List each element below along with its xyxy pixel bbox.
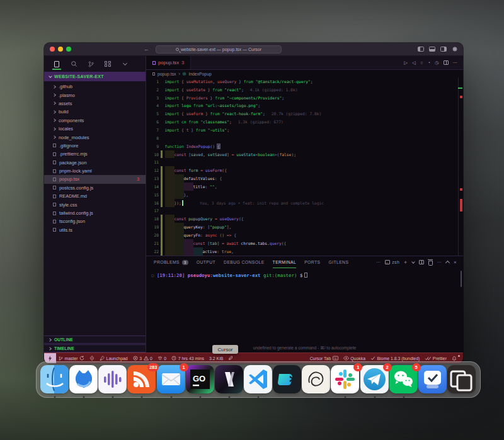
code-token: {	[219, 176, 222, 181]
new-terminal-button[interactable]: +	[404, 259, 408, 266]
dock-icon-sketch-app[interactable]	[302, 365, 331, 398]
circle-icon[interactable]: ○	[420, 60, 423, 65]
dock-icon-mail[interactable]: 1	[157, 365, 186, 398]
file-item-pnpm-lock.yaml[interactable]: pnpm-lock.yaml	[44, 167, 146, 175]
code-line-21: 21const [tab] = await chrome.tabs.query(…	[146, 239, 463, 247]
dock-icon-rss-reader[interactable]: 283	[127, 365, 156, 398]
kill-terminal-icon[interactable]	[428, 261, 433, 266]
breadcrumb[interactable]: popup.tsx › ◎ IndexPopup	[146, 70, 463, 77]
folder-item-build[interactable]: build	[44, 108, 146, 116]
outline-section-header[interactable]: OUTLINE	[44, 336, 146, 344]
toggle-panel-icon[interactable]	[429, 47, 435, 52]
panel-tab-gitlens[interactable]: GITLENS	[328, 256, 348, 268]
settings-gear-icon[interactable]	[452, 46, 458, 52]
command-center-search[interactable]: website-saver-ext — popup.tsx — Cursor	[156, 45, 282, 54]
toggle-secondary-sidebar-icon[interactable]	[440, 47, 447, 52]
item-label: pnpm-lock.yaml	[59, 168, 92, 174]
item-label: .gitignore	[59, 143, 78, 149]
status-notifications[interactable]	[449, 356, 459, 361]
timer-icon[interactable]: ◷	[435, 60, 439, 65]
folder-item-components[interactable]: components	[44, 116, 146, 125]
panel-tab-output[interactable]: OUTPUT	[197, 256, 215, 268]
dock-icon-slack[interactable]: 1	[331, 365, 360, 398]
panel-more-icon[interactable]: ⋯	[437, 260, 442, 265]
code-token: const	[193, 241, 208, 245]
dock-icon-cursor[interactable]	[215, 365, 244, 398]
folder-item-.plasmo[interactable]: .plasmo	[44, 91, 146, 99]
dock-icon-things[interactable]	[418, 365, 447, 398]
status-cursor-tab[interactable]: Cursor Tab	[307, 356, 341, 361]
folder-item-assets[interactable]: assets	[44, 99, 146, 108]
code-line-5: 5import { useForm } from "react-hook-for…	[146, 110, 463, 118]
file-item-utils.ts[interactable]: utils.ts	[44, 226, 146, 234]
indent-guide	[175, 239, 184, 247]
dock-icon-warp[interactable]	[273, 365, 302, 398]
dock-icon-fox-app[interactable]	[69, 365, 98, 398]
run-button[interactable]: ▷	[404, 60, 408, 65]
maximize-panel-icon[interactable]	[445, 261, 450, 265]
more-tabs-icon[interactable]: ⋯	[376, 260, 381, 265]
zoom-window-button[interactable]	[66, 47, 71, 52]
panel-tab-debug-console[interactable]: DEBUG CONSOLE	[224, 256, 265, 268]
overview-ruler[interactable]	[458, 77, 463, 256]
dock-icon-clipped-app[interactable]	[447, 365, 476, 398]
panel-tab-problems[interactable]: PROBLEMS3	[154, 256, 188, 268]
close-panel-icon[interactable]: ×	[454, 259, 457, 265]
folder-item-locales[interactable]: locales	[44, 125, 146, 133]
terminal[interactable]: ○ [19:11:20] pseudoyu:website-saver-ext …	[146, 268, 463, 353]
circle-play-icon[interactable]: ◔	[427, 60, 430, 65]
more-actions-icon[interactable]: ⋯	[453, 60, 458, 65]
dock-icon-telegram[interactable]: 2	[360, 365, 389, 398]
dock-icon-audio-app[interactable]	[98, 365, 127, 398]
dock-icon-finder[interactable]	[40, 365, 69, 398]
status-biome[interactable]: Biome 1.8.3 (bundled)	[368, 356, 422, 361]
code-token: logo	[181, 103, 193, 108]
item-label: components	[59, 118, 84, 123]
file-item-popup.tsx[interactable]: popup.tsx3	[44, 175, 146, 183]
file-item-tsconfig.json[interactable]: tsconfig.json	[44, 217, 146, 225]
tab-popup-tsx[interactable]: popup.tsx 3	[146, 56, 191, 69]
file-item-package.json[interactable]: package.json	[44, 159, 146, 167]
file-item-.gitignore[interactable]: .gitignore	[44, 142, 146, 150]
code-token: import	[165, 128, 182, 132]
git-change-bar	[161, 86, 163, 94]
status-quokka[interactable]: Quokka	[341, 356, 368, 361]
split-editor-icon[interactable]	[444, 60, 449, 65]
file-item-README.md[interactable]: README.md	[44, 192, 146, 200]
panel-tab-terminal[interactable]: TERMINAL	[273, 256, 297, 268]
explorer-project-header[interactable]: WEBSITE-SAVER-EXT	[44, 72, 146, 81]
close-window-button[interactable]	[50, 47, 55, 52]
file-item-postcss.config.js[interactable]: postcss.config.js	[44, 184, 146, 192]
folder-item-.github[interactable]: .github	[44, 82, 146, 91]
search-view-icon[interactable]	[70, 60, 77, 69]
minimize-window-button[interactable]	[58, 47, 63, 52]
file-item-.prettierrc.mjs[interactable]: .prettierrc.mjs	[44, 150, 146, 158]
split-terminal-icon[interactable]	[419, 260, 424, 264]
terminal-scrollbar[interactable]	[461, 271, 462, 287]
toggle-sidebar-icon[interactable]	[418, 47, 424, 52]
panel-tab-ports[interactable]: PORTS	[304, 256, 320, 268]
dock-icon-vscode[interactable]	[244, 365, 273, 398]
dock-icon-wechat[interactable]: 5	[389, 365, 418, 398]
explorer-icon[interactable]	[53, 60, 60, 69]
line-number: 10	[146, 152, 159, 157]
file-item-tailwind.config.js[interactable]: tailwind.config.js	[44, 209, 146, 217]
line-number: 17	[146, 208, 159, 213]
code-editor[interactable]: 1import { useMutation, useQuery } from "…	[146, 77, 463, 256]
nav-back-icon[interactable]: ◁	[412, 60, 416, 65]
timeline-section-header[interactable]: TIMELINE	[44, 344, 146, 353]
extensions-icon[interactable]	[104, 60, 112, 69]
terminal-dropdown-icon[interactable]	[411, 260, 415, 264]
item-label: assets	[59, 101, 72, 106]
shell-selector[interactable]: ›zsh	[385, 260, 399, 264]
file-item-style.css[interactable]: style.css	[44, 200, 146, 208]
dock-icon-goland[interactable]: GO	[186, 365, 215, 398]
folder-item-node_modules[interactable]: node_modules	[44, 133, 146, 141]
views-chevron-down-icon[interactable]	[121, 60, 129, 69]
source-control-icon[interactable]	[87, 60, 94, 69]
status-prettier[interactable]: Prettier	[422, 356, 449, 361]
breadcrumb-symbol[interactable]: IndexPopup	[188, 72, 211, 76]
window-title: website-saver-ext — popup.tsx — Cursor	[181, 47, 261, 52]
history-back-button[interactable]: ←	[144, 46, 149, 52]
breadcrumb-file[interactable]: popup.tsx	[158, 72, 176, 76]
